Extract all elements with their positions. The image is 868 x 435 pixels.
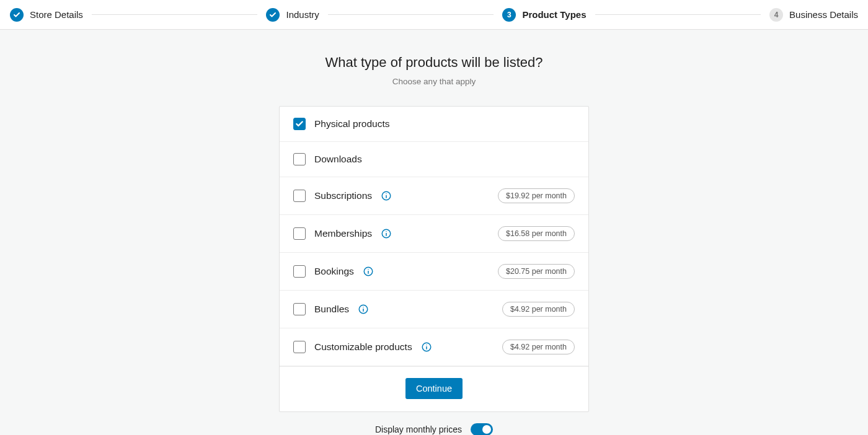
checkbox-subscriptions[interactable]: [293, 190, 306, 202]
checkbox-bundles[interactable]: [293, 303, 306, 315]
product-label: Downloads: [314, 154, 362, 165]
price-pill-bundles[interactable]: $4.92 per month: [502, 302, 575, 317]
step-connector: [328, 14, 494, 15]
step-number-badge: 3: [502, 8, 516, 22]
toggle-knob: [482, 425, 491, 434]
checkbox-bookings[interactable]: [293, 265, 306, 278]
product-label: Bookings: [314, 266, 354, 277]
price-pill-memberships[interactable]: $16.58 per month: [498, 226, 575, 241]
product-row-bundles[interactable]: Bundles $4.92 per month: [280, 291, 588, 328]
checkbox-customizable-products[interactable]: [293, 341, 306, 353]
product-row-memberships[interactable]: Memberships $16.58 per month: [280, 215, 588, 253]
check-icon: [10, 8, 24, 22]
card-footer: Continue: [280, 366, 588, 411]
step-store-details[interactable]: Store Details: [10, 8, 83, 22]
step-label: Product Types: [522, 9, 586, 20]
product-types-card: Physical products Downloads Subscription…: [279, 106, 589, 412]
svg-point-5: [386, 231, 386, 232]
setup-stepper: Store Details Industry 3 Product Types 4…: [0, 0, 868, 30]
product-label: Customizable products: [314, 341, 412, 353]
price-pill-subscriptions[interactable]: $19.92 per month: [498, 188, 575, 203]
product-label: Memberships: [314, 228, 372, 239]
product-label: Physical products: [314, 118, 389, 130]
continue-button[interactable]: Continue: [405, 378, 463, 399]
monthly-prices-toggle[interactable]: [471, 423, 493, 435]
checkbox-physical-products[interactable]: [293, 118, 306, 130]
step-connector: [595, 14, 761, 15]
product-row-subscriptions[interactable]: Subscriptions $19.92 per month: [280, 177, 588, 215]
page-title: What type of products will be listed?: [0, 55, 868, 71]
info-icon[interactable]: [421, 341, 432, 353]
price-pill-customizable[interactable]: $4.92 per month: [502, 340, 575, 354]
step-number-badge: 4: [769, 8, 783, 22]
svg-point-8: [368, 269, 368, 270]
product-label: Bundles: [314, 304, 349, 315]
svg-point-11: [363, 307, 363, 307]
pricing-toggle-row: Display monthly prices: [279, 423, 589, 435]
checkbox-downloads[interactable]: [293, 153, 306, 165]
step-product-types[interactable]: 3 Product Types: [502, 8, 586, 22]
checkbox-memberships[interactable]: [293, 227, 306, 240]
step-connector: [92, 14, 258, 15]
product-row-customizable-products[interactable]: Customizable products $4.92 per month: [280, 328, 588, 366]
step-business-details[interactable]: 4 Business Details: [769, 8, 858, 22]
svg-point-14: [426, 345, 427, 345]
info-icon[interactable]: [363, 266, 374, 277]
info-icon[interactable]: [381, 228, 392, 239]
product-row-downloads[interactable]: Downloads: [280, 142, 588, 177]
check-icon: [266, 8, 280, 22]
step-label: Industry: [286, 9, 319, 20]
product-row-physical-products[interactable]: Physical products: [280, 107, 588, 142]
svg-point-2: [386, 193, 386, 194]
info-icon[interactable]: [381, 190, 392, 201]
step-label: Business Details: [789, 9, 858, 20]
product-label: Subscriptions: [314, 190, 372, 201]
info-icon[interactable]: [358, 304, 369, 315]
main-content: What type of products will be listed? Ch…: [0, 30, 868, 435]
product-row-bookings[interactable]: Bookings $20.75 per month: [280, 253, 588, 291]
price-pill-bookings[interactable]: $20.75 per month: [498, 264, 575, 279]
step-label: Store Details: [30, 9, 83, 20]
step-industry[interactable]: Industry: [266, 8, 319, 22]
page-subtitle: Choose any that apply: [0, 77, 868, 86]
toggle-label: Display monthly prices: [375, 424, 462, 434]
